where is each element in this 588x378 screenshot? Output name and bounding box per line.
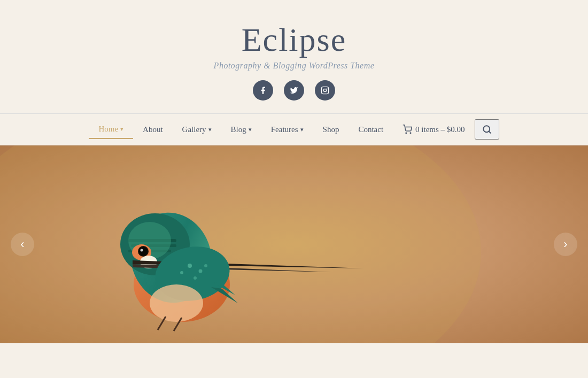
hero-image: [0, 145, 588, 343]
svg-line-6: [489, 132, 490, 133]
facebook-link[interactable]: [253, 80, 273, 101]
slider-next-button[interactable]: ›: [554, 233, 577, 256]
nav-blog[interactable]: Blog ▾: [221, 121, 261, 138]
kingfisher-illustration: [0, 145, 588, 343]
cart-icon: [403, 125, 412, 134]
svg-point-27: [150, 284, 203, 322]
site-title: Eclipse: [242, 21, 347, 58]
nav-features[interactable]: Features ▾: [261, 121, 313, 138]
svg-point-19: [139, 247, 148, 256]
nav-shop[interactable]: Shop: [313, 121, 349, 138]
slider-prev-button[interactable]: ‹: [11, 233, 34, 256]
gallery-chevron-icon: ▾: [208, 126, 212, 133]
instagram-link[interactable]: [315, 80, 335, 101]
svg-point-20: [141, 249, 143, 252]
nav-cart[interactable]: 0 items – $0.00: [393, 120, 475, 138]
home-chevron-icon: ▾: [120, 126, 123, 133]
nav-about[interactable]: About: [133, 121, 173, 138]
svg-point-1: [323, 89, 326, 92]
svg-point-2: [327, 88, 327, 89]
blog-chevron-icon: ▾: [249, 126, 252, 133]
svg-point-4: [410, 133, 411, 134]
instagram-icon: [321, 86, 329, 95]
site-nav: Home ▾ About Gallery ▾ Blog ▾ Features ▾…: [0, 113, 588, 145]
svg-point-24: [180, 271, 183, 274]
twitter-icon: [290, 86, 298, 95]
svg-point-23: [199, 269, 203, 273]
nav-home[interactable]: Home ▾: [89, 120, 133, 139]
search-icon: [482, 125, 492, 134]
svg-point-22: [188, 264, 192, 268]
svg-point-25: [194, 276, 197, 280]
svg-point-3: [406, 133, 407, 134]
social-icons: [253, 80, 335, 101]
site-header: Eclipse Photography & Blogging WordPress…: [0, 0, 588, 113]
svg-rect-0: [321, 87, 328, 94]
twitter-link[interactable]: [284, 80, 304, 101]
search-button[interactable]: [475, 119, 499, 140]
site-tagline: Photography & Blogging WordPress Theme: [214, 61, 375, 71]
svg-point-8: [0, 145, 481, 343]
nav-contact[interactable]: Contact: [349, 121, 393, 138]
svg-point-26: [204, 264, 207, 267]
hero-slider: ‹ ›: [0, 145, 588, 343]
facebook-icon: [259, 86, 267, 95]
nav-gallery[interactable]: Gallery ▾: [173, 121, 221, 138]
features-chevron-icon: ▾: [300, 126, 304, 133]
